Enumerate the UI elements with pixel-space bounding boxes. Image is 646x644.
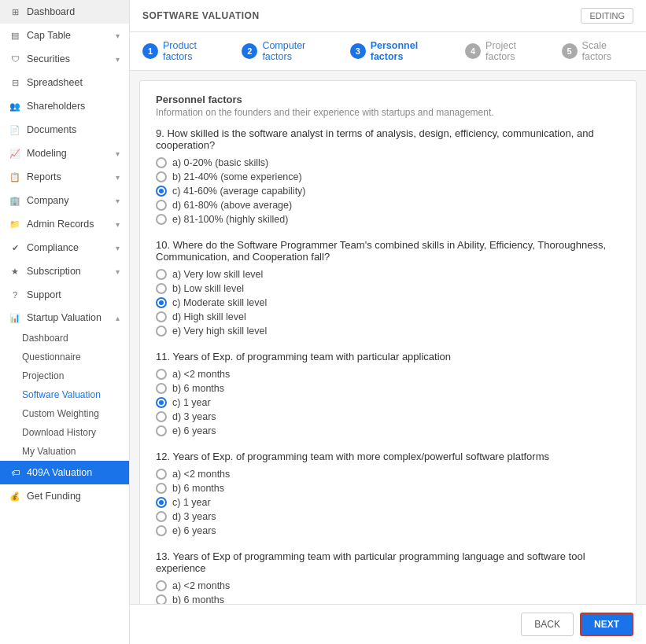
radio-label-q10a: a) Very low skill level bbox=[172, 269, 263, 280]
radio-label-q10b: b) Low skill level bbox=[172, 283, 244, 294]
step-scale[interactable]: 5 Scale factors bbox=[562, 40, 633, 62]
sidebar-item-startup-valuation[interactable]: 📊 Startup Valuation ▴ bbox=[0, 307, 129, 329]
sidebar-item-modeling[interactable]: 📈 Modeling ▾ bbox=[0, 142, 129, 165]
radio-circle-q9c bbox=[156, 186, 167, 197]
radio-option-q10e[interactable]: e) Very high skill level bbox=[156, 326, 620, 337]
radio-label-q11a: a) <2 months bbox=[172, 369, 230, 380]
step-label-project: Project factors bbox=[485, 40, 542, 62]
sidebar-item-shareholders[interactable]: 👥 Shareholders bbox=[0, 94, 129, 118]
sidebar-item-compliance[interactable]: ✔ Compliance ▾ bbox=[0, 236, 129, 259]
question-q9: 9. How skilled is the software analyst i… bbox=[156, 127, 620, 225]
radio-label-q10e: e) Very high skill level bbox=[172, 326, 267, 337]
step-personnel[interactable]: 3 Personnel factors bbox=[350, 40, 446, 62]
question-q11: 11. Years of Exp. of programming team wi… bbox=[156, 351, 620, 436]
radio-label-q11e: e) 6 years bbox=[172, 425, 216, 436]
section-title: Personnel factors bbox=[156, 94, 620, 105]
chevron-icon: ▾ bbox=[116, 244, 120, 252]
sidebar-item-securities[interactable]: 🛡 Securities ▾ bbox=[0, 47, 129, 71]
sidebar-sub-item-my-valuation[interactable]: My Valuation bbox=[0, 442, 129, 461]
sidebar-item-documents[interactable]: 📄 Documents bbox=[0, 118, 129, 142]
sidebar-item-admin-records[interactable]: 📁 Admin Records ▾ bbox=[0, 212, 129, 236]
step-label-personnel: Personnel factors bbox=[371, 40, 446, 62]
step-num-personnel: 3 bbox=[350, 43, 366, 59]
radio-label-q13a: a) <2 months bbox=[172, 580, 230, 591]
sidebar-sub-item-custom-weighting[interactable]: Custom Weighting bbox=[0, 404, 129, 423]
radio-circle-q12e bbox=[156, 525, 167, 536]
top-header: SOFTWARE VALUATION EDITING bbox=[130, 0, 646, 32]
radio-circle-q11d bbox=[156, 411, 167, 422]
radio-label-q10c: c) Moderate skill level bbox=[172, 297, 267, 308]
radio-option-q10a[interactable]: a) Very low skill level bbox=[156, 269, 620, 280]
radio-option-q12d[interactable]: d) 3 years bbox=[156, 511, 620, 522]
radio-option-q12e[interactable]: e) 6 years bbox=[156, 525, 620, 536]
radio-label-q11b: b) 6 months bbox=[172, 383, 224, 394]
radio-option-q13a[interactable]: a) <2 months bbox=[156, 580, 620, 591]
star-icon: ★ bbox=[9, 266, 20, 277]
radio-circle-q10b bbox=[156, 283, 167, 294]
sidebar-item-409a-valuation[interactable]: 🏷 409A Valuation bbox=[0, 461, 129, 484]
radio-option-q11d[interactable]: d) 3 years bbox=[156, 411, 620, 422]
radio-option-q11e[interactable]: e) 6 years bbox=[156, 425, 620, 436]
radio-option-q10c[interactable]: c) Moderate skill level bbox=[156, 297, 620, 308]
step-project[interactable]: 4 Project factors bbox=[465, 40, 542, 62]
sidebar-sub-item-projection[interactable]: Projection bbox=[0, 366, 129, 385]
radio-label-q9b: b) 21-40% (some experience) bbox=[172, 171, 302, 182]
radio-option-q10d[interactable]: d) High skill level bbox=[156, 311, 620, 322]
sidebar-sub-item-download-history[interactable]: Download History bbox=[0, 423, 129, 442]
radio-option-q11c[interactable]: c) 1 year bbox=[156, 397, 620, 408]
radio-option-q10b[interactable]: b) Low skill level bbox=[156, 283, 620, 294]
radio-option-q12b[interactable]: b) 6 months bbox=[156, 483, 620, 494]
chevron-icon: ▾ bbox=[116, 55, 120, 64]
sidebar-item-get-funding[interactable]: 💰 Get Funding bbox=[0, 484, 129, 508]
radio-circle-q9b bbox=[156, 171, 167, 182]
sidebar-item-subscription[interactable]: ★ Subscription ▾ bbox=[0, 259, 129, 283]
radio-option-q9b[interactable]: b) 21-40% (some experience) bbox=[156, 171, 620, 182]
radio-label-q10d: d) High skill level bbox=[172, 311, 246, 322]
radio-option-q11a[interactable]: a) <2 months bbox=[156, 369, 620, 380]
radio-circle-q10e bbox=[156, 326, 167, 337]
radio-circle-q11a bbox=[156, 369, 167, 380]
chevron-icon: ▾ bbox=[116, 149, 120, 158]
step-computer[interactable]: 2 Computer factors bbox=[242, 40, 330, 62]
back-button[interactable]: BACK bbox=[521, 613, 574, 636]
step-label-product: Product factors bbox=[163, 40, 223, 62]
file-icon: 📄 bbox=[9, 124, 20, 135]
chart-icon: 📈 bbox=[9, 148, 20, 159]
radio-option-q11b[interactable]: b) 6 months bbox=[156, 383, 620, 394]
chevron-icon: ▾ bbox=[116, 220, 120, 229]
section-header: Personnel factors Information on the fou… bbox=[156, 94, 620, 118]
startup-valuation-subnav: Dashboard Questionnaire Projection Softw… bbox=[0, 329, 129, 461]
radio-option-q12a[interactable]: a) <2 months bbox=[156, 469, 620, 480]
radio-option-q9d[interactable]: d) 61-80% (above average) bbox=[156, 200, 620, 211]
radio-option-q9c[interactable]: c) 41-60% (average capability) bbox=[156, 186, 620, 197]
radio-circle-q9a bbox=[156, 157, 167, 168]
sidebar-item-reports[interactable]: 📋 Reports ▾ bbox=[0, 165, 129, 189]
tag-icon: 🏷 bbox=[9, 467, 20, 478]
sidebar-item-spreadsheet[interactable]: ⊟ Spreadsheet bbox=[0, 71, 129, 94]
radio-circle-q11e bbox=[156, 425, 167, 436]
radio-option-q13b[interactable]: b) 6 months bbox=[156, 594, 620, 604]
sidebar-item-dashboard[interactable]: ⊞ Dashboard bbox=[0, 0, 129, 24]
step-num-product: 1 bbox=[142, 43, 158, 59]
radio-circle-q12d bbox=[156, 511, 167, 522]
radio-label-q9e: e) 81-100% (highly skilled) bbox=[172, 214, 288, 225]
radio-label-q12a: a) <2 months bbox=[172, 469, 230, 480]
sidebar-sub-item-dashboard[interactable]: Dashboard bbox=[0, 329, 129, 348]
footer-bar: BACK NEXT bbox=[130, 604, 646, 644]
radio-circle-q12c bbox=[156, 497, 167, 508]
radio-label-q11d: d) 3 years bbox=[172, 411, 216, 422]
step-product[interactable]: 1 Product factors bbox=[142, 40, 223, 62]
radio-option-q9a[interactable]: a) 0-20% (basic skills) bbox=[156, 157, 620, 168]
radio-option-q9e[interactable]: e) 81-100% (highly skilled) bbox=[156, 214, 620, 225]
radio-circle-q13a bbox=[156, 580, 167, 591]
step-label-computer: Computer factors bbox=[262, 40, 330, 62]
radio-option-q12c[interactable]: c) 1 year bbox=[156, 497, 620, 508]
sidebar-sub-item-software-valuation[interactable]: Software Valuation bbox=[0, 385, 129, 404]
sidebar-sub-item-questionnaire[interactable]: Questionnaire bbox=[0, 348, 129, 366]
folder-icon: 📁 bbox=[9, 219, 20, 230]
sidebar-item-cap-table[interactable]: ▤ Cap Table ▾ bbox=[0, 24, 129, 47]
sidebar-item-support[interactable]: ? Support bbox=[0, 283, 129, 307]
radio-label-q12b: b) 6 months bbox=[172, 483, 224, 494]
next-button[interactable]: NEXT bbox=[580, 613, 633, 636]
sidebar-item-company[interactable]: 🏢 Company ▾ bbox=[0, 189, 129, 212]
